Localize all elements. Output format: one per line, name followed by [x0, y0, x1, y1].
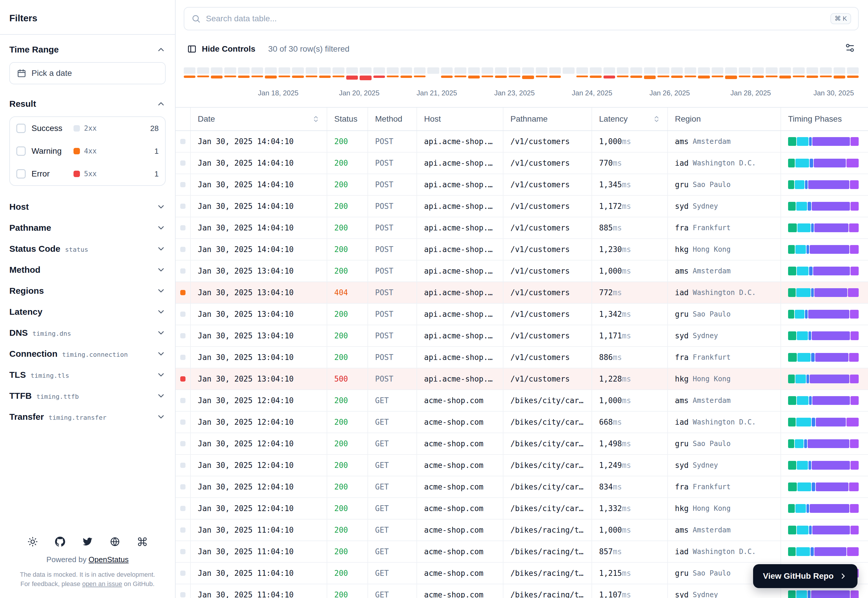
row-status-marker[interactable] [180, 484, 185, 489]
sort-icon[interactable] [312, 115, 320, 123]
table-row[interactable]: Jan 30, 2025 11:04:10200GETacme-shop.com… [176, 520, 868, 541]
chart-bar[interactable] [251, 67, 263, 77]
chart-bar[interactable] [576, 67, 588, 77]
table-row[interactable]: Jan 30, 2025 13:04:10200POSTapi.acme-sho… [176, 347, 868, 368]
table-row[interactable]: Jan 30, 2025 14:04:10200POSTapi.acme-sho… [176, 174, 868, 196]
open-issue-link[interactable]: open an issue [82, 580, 122, 588]
twitter-icon[interactable] [82, 537, 93, 547]
chart-bar[interactable] [617, 67, 629, 77]
chart-bar[interactable] [495, 67, 506, 78]
chart-bar[interactable] [590, 67, 601, 78]
filter-section-header[interactable]: Pathname [9, 217, 166, 238]
chart-bar[interactable] [427, 67, 439, 74]
chart-bar[interactable] [373, 67, 385, 78]
table-row[interactable]: Jan 30, 2025 13:04:10200POSTapi.acme-sho… [176, 260, 868, 282]
filter-section-header[interactable]: TTFBtiming.ttfb [9, 385, 166, 407]
chart-bar[interactable] [657, 67, 669, 77]
chart-bar[interactable] [265, 67, 276, 78]
chart-bar[interactable] [563, 67, 574, 74]
row-status-marker[interactable] [180, 528, 185, 533]
filter-section-header[interactable]: Status Codestatus [9, 238, 166, 259]
sort-icon[interactable] [653, 115, 660, 123]
view-options-button[interactable] [841, 39, 859, 58]
filter-section-header[interactable]: Method [9, 259, 166, 280]
chart-bar[interactable] [671, 67, 683, 78]
chart-bar[interactable] [766, 67, 777, 77]
chart-bar[interactable] [481, 67, 493, 77]
chart-bar[interactable] [400, 67, 412, 78]
table-row[interactable]: Jan 30, 2025 11:04:10200GETacme-shop.com… [176, 541, 868, 563]
chart-bar[interactable] [725, 67, 737, 79]
chart-bar[interactable] [292, 67, 303, 78]
row-status-marker[interactable] [180, 333, 185, 338]
table-row[interactable]: Jan 30, 2025 13:04:10404POSTapi.acme-sho… [176, 282, 868, 303]
table-row[interactable]: Jan 30, 2025 12:04:10200GETacme-shop.com… [176, 498, 868, 520]
chart-bar[interactable] [468, 67, 480, 78]
chart-bar[interactable] [779, 67, 791, 78]
search-bar[interactable]: ⌘ K [184, 7, 859, 30]
chart-bar[interactable] [604, 67, 615, 78]
table-row[interactable]: Jan 30, 2025 12:04:10200GETacme-shop.com… [176, 412, 868, 433]
result-option[interactable]: Error5xx1 [10, 163, 165, 185]
chart-bar[interactable] [509, 67, 520, 77]
chart-bar[interactable] [684, 67, 696, 77]
table-row[interactable]: Jan 30, 2025 14:04:10200POSTapi.acme-sho… [176, 217, 868, 239]
chart-bar[interactable] [197, 67, 209, 77]
chart-bar[interactable] [834, 67, 845, 78]
table-row[interactable]: Jan 30, 2025 13:04:10500POSTapi.acme-sho… [176, 368, 868, 390]
table-row[interactable]: Jan 30, 2025 14:04:10200POSTapi.acme-sho… [176, 131, 868, 152]
github-icon[interactable] [55, 537, 65, 547]
header-latency[interactable]: Latency [592, 108, 668, 130]
row-status-marker[interactable] [180, 398, 185, 403]
row-status-marker[interactable] [180, 506, 185, 511]
sun-icon[interactable] [27, 537, 38, 547]
row-status-marker[interactable] [180, 311, 185, 317]
row-status-marker[interactable] [180, 420, 185, 425]
chart-bar[interactable] [644, 67, 656, 79]
chart-bar[interactable] [820, 67, 832, 77]
chart-bar[interactable] [698, 67, 710, 78]
chart-bar[interactable] [752, 67, 764, 78]
filter-section-header[interactable]: Connectiontiming.connection [9, 343, 166, 364]
globe-icon[interactable] [110, 537, 120, 547]
chart-bar[interactable] [549, 67, 561, 78]
date-picker-button[interactable]: Pick a date [9, 62, 166, 84]
chart-bar[interactable] [536, 67, 547, 77]
chart-bar[interactable] [630, 67, 642, 78]
chart-bar[interactable] [238, 67, 249, 78]
chart-bar[interactable] [319, 67, 331, 78]
row-status-marker[interactable] [180, 549, 185, 554]
table-row[interactable]: Jan 30, 2025 14:04:10200POSTapi.acme-sho… [176, 152, 868, 174]
result-option[interactable]: Success2xx28 [10, 117, 165, 140]
chart-bar[interactable] [279, 67, 290, 77]
row-status-marker[interactable] [180, 268, 185, 274]
chart-bar[interactable] [847, 67, 859, 78]
chart-bar[interactable] [441, 67, 453, 78]
chart-bar[interactable] [712, 67, 723, 77]
table-row[interactable]: Jan 30, 2025 13:04:10200POSTapi.acme-sho… [176, 325, 868, 347]
row-status-marker[interactable] [180, 571, 185, 576]
row-status-marker[interactable] [180, 355, 185, 360]
table-row[interactable]: Jan 30, 2025 12:04:10200GETacme-shop.com… [176, 390, 868, 412]
filter-section-header[interactable]: Latency [9, 301, 166, 322]
chart-bar[interactable] [224, 67, 236, 77]
result-section-header[interactable]: Result [9, 93, 166, 115]
command-icon[interactable] [137, 537, 148, 547]
checkbox[interactable] [16, 147, 26, 156]
row-status-marker[interactable] [180, 139, 185, 144]
chart-bar[interactable] [793, 67, 804, 77]
filter-section-header[interactable]: TLStiming.tls [9, 364, 166, 385]
row-status-marker[interactable] [180, 290, 185, 295]
chart-bar[interactable] [414, 67, 426, 77]
chart-bar[interactable] [211, 67, 223, 78]
time-range-section-header[interactable]: Time Range [9, 38, 166, 61]
checkbox[interactable] [16, 124, 26, 133]
table-row[interactable]: Jan 30, 2025 12:04:10200GETacme-shop.com… [176, 476, 868, 498]
row-status-marker[interactable] [180, 592, 185, 597]
row-status-marker[interactable] [180, 203, 185, 209]
chart-bar[interactable] [346, 67, 358, 80]
row-status-marker[interactable] [180, 182, 185, 187]
chart-bar[interactable] [333, 67, 344, 77]
table-row[interactable]: Jan 30, 2025 13:04:10200POSTapi.acme-sho… [176, 303, 868, 325]
chart-bar[interactable] [360, 67, 371, 80]
